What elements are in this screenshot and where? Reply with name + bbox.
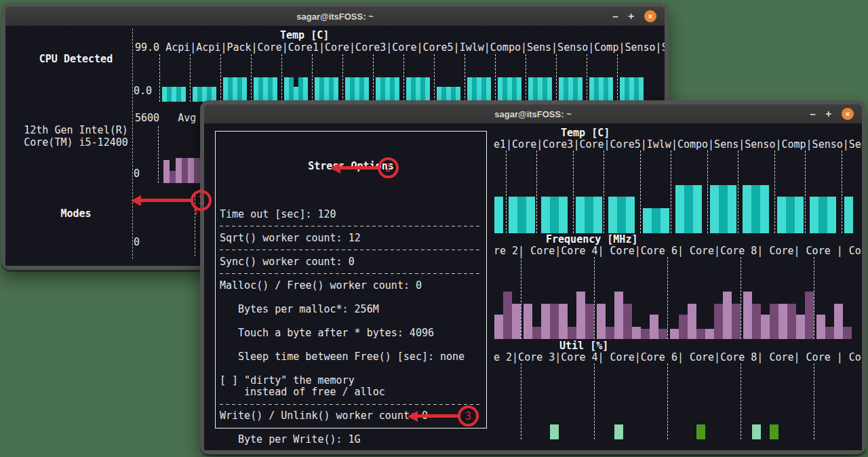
chart-bar	[641, 329, 650, 339]
maximize-icon[interactable]: +	[629, 11, 634, 22]
dialog-option[interactable]: Touch a byte after * bytes: 4096	[218, 327, 484, 340]
chart-bar	[786, 197, 795, 233]
dialog-separator	[218, 399, 484, 411]
chart-bar	[451, 87, 456, 102]
chart-bar	[364, 77, 369, 102]
chart-bar	[576, 197, 585, 233]
chart-bar	[660, 208, 669, 233]
chart-bar	[188, 158, 194, 183]
chart-bar	[679, 315, 688, 339]
stress-options-dialog: Stress Options Time out [sec]: 120Sqrt()…	[215, 131, 487, 429]
chart-bar	[319, 77, 324, 102]
chart-bar	[481, 77, 486, 102]
chart-bar	[223, 77, 228, 102]
chart-bar	[324, 77, 329, 102]
chart-bar	[446, 87, 451, 102]
chart-bar	[512, 77, 517, 102]
chart-bar	[805, 292, 814, 339]
chart-bar	[376, 77, 380, 102]
close-icon[interactable]: ×	[644, 10, 656, 22]
dialog-option[interactable]: [ ] "dirty" the memory	[218, 375, 484, 387]
chart-bar	[714, 304, 723, 339]
dialog-option[interactable]: Time out [sec]: 120	[218, 209, 484, 221]
chart-column	[159, 54, 190, 102]
chart-bar	[675, 185, 684, 233]
chart-column	[465, 54, 495, 102]
dialog-option[interactable]: Sync() worker count: 0	[218, 256, 484, 269]
chart-bar	[258, 77, 263, 102]
chart-bar	[233, 77, 237, 102]
chart-column	[640, 151, 671, 233]
chart-bar	[547, 77, 552, 102]
chart-bar	[385, 77, 390, 102]
chart-bar	[634, 77, 639, 102]
chart-bar	[620, 77, 625, 102]
chart-column	[805, 151, 842, 233]
chart-bar	[329, 77, 334, 102]
chart-bar	[181, 87, 186, 102]
chart-column	[494, 257, 521, 339]
chart-bar	[334, 77, 338, 102]
chart-column	[604, 151, 640, 233]
window-title-back: sagar@itsFOSS: ~	[296, 12, 373, 22]
front-temp-chart	[494, 151, 859, 233]
chart-bar	[380, 77, 385, 102]
minimize-icon[interactable]: −	[612, 11, 618, 22]
maximize-icon[interactable]: +	[826, 108, 831, 119]
chart-bar	[526, 197, 535, 233]
chart-bar	[532, 327, 541, 339]
dialog-option[interactable]: Sleep time between Free() [sec]: none	[218, 351, 484, 363]
dialog-option[interactable]: Malloc() / Free() worker count: 0	[218, 280, 484, 292]
chart-bar	[844, 197, 853, 233]
chart-bar	[743, 292, 752, 339]
chart-bar	[623, 304, 632, 339]
chart-column	[220, 54, 251, 102]
chart-bar	[294, 87, 298, 102]
titlebar-back[interactable]: sagar@itsFOSS: ~ − + ×	[5, 7, 665, 26]
chart-column	[617, 54, 648, 102]
chart-bar	[494, 197, 503, 233]
chart-bar	[472, 77, 477, 102]
chart-bar	[420, 77, 425, 102]
chart-bar	[172, 87, 176, 102]
chart-bar	[778, 304, 787, 339]
chart-bar	[751, 185, 760, 233]
cpu-model-line: Core(TM) i5-12400	[5, 137, 146, 149]
chart-bar	[585, 304, 594, 339]
dialog-option[interactable]: instead of free / alloc	[218, 386, 484, 399]
dialog-separator	[218, 446, 484, 451]
chart-bar	[284, 77, 289, 102]
chart-bar	[696, 424, 705, 439]
chart-bar	[303, 77, 308, 102]
dialog-option[interactable]: Byte per Write(): 1G	[218, 434, 484, 446]
close-icon[interactable]: ×	[842, 108, 854, 120]
chart-bar	[608, 197, 617, 233]
chart-bar	[524, 304, 532, 339]
chart-bar	[517, 77, 521, 102]
chart-bar	[606, 327, 614, 339]
annotation-2-number: 2	[378, 157, 399, 178]
chart-bar	[237, 77, 242, 102]
dialog-option[interactable]: Sqrt() worker count: 12	[218, 233, 484, 245]
terminal-body-front: Temp [C] e1|Core|Core3|Core|Core5|Iwlw|C…	[204, 123, 862, 450]
chart-bar	[502, 77, 507, 102]
titlebar-front[interactable]: sagar@itsFOSS: ~ − + ×	[204, 104, 862, 124]
chart-column	[594, 257, 667, 339]
chart-bar	[538, 77, 542, 102]
back-freq-ymin-label: 0	[134, 168, 140, 180]
dialog-option[interactable]: Bytes per malloc*: 256M	[218, 304, 484, 316]
chart-bar	[632, 327, 641, 339]
chart-bar	[411, 77, 416, 102]
chart-bar	[597, 304, 606, 339]
minimize-icon[interactable]: −	[810, 108, 815, 119]
annotation-2-arrow-line	[340, 166, 378, 170]
chart-bar	[752, 424, 761, 439]
front-temp-header: e1|Core|Core3|Core|Core5|Iwlw|Compo|Sens…	[494, 139, 862, 151]
chart-bar	[770, 304, 778, 339]
terminal-window-front[interactable]: sagar@itsFOSS: ~ − + × Temp [C] e1|Core|…	[200, 100, 866, 454]
chart-bar	[345, 77, 350, 102]
chart-bar	[162, 87, 167, 102]
chart-bar	[670, 329, 679, 339]
chart-bar	[626, 197, 635, 233]
chart-column	[707, 151, 738, 233]
